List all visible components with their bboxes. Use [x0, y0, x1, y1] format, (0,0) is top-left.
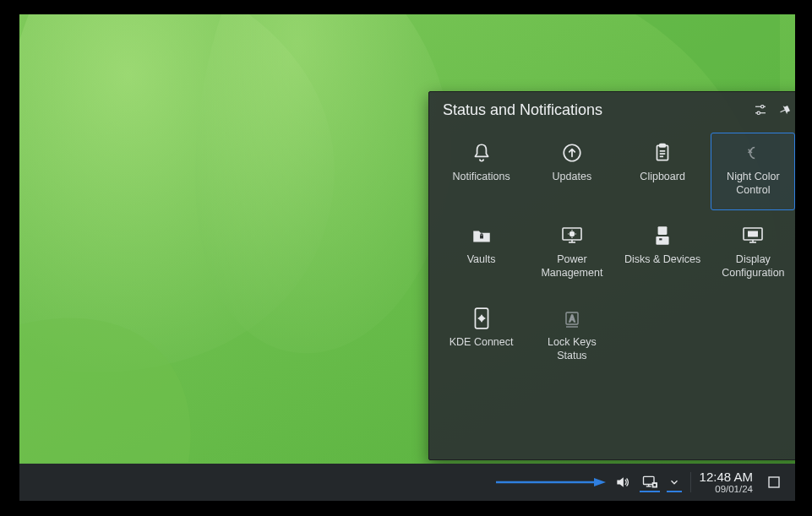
tile-kde-connect[interactable]: KDE Connect	[439, 298, 524, 376]
clipboard-icon	[650, 140, 675, 166]
tray-tile-grid: Notifications Updates	[429, 129, 795, 386]
vaults-icon	[469, 223, 494, 248]
tile-label: Display Configuration	[722, 253, 784, 280]
taskbar: 12:48 AM 09/01/24	[19, 464, 795, 501]
display-config-icon	[740, 223, 766, 248]
night-color-icon	[740, 140, 766, 166]
tile-label: Power Management	[541, 253, 602, 280]
tile-vaults[interactable]: Vaults	[439, 215, 524, 293]
desktop-wallpaper: Status and Notifications	[19, 14, 795, 464]
lock-keys-icon: A	[559, 306, 585, 331]
tile-power-management[interactable]: Power Management	[530, 215, 614, 293]
svg-rect-6	[657, 145, 668, 160]
configure-icon[interactable]	[751, 100, 770, 119]
svg-rect-7	[660, 144, 666, 147]
disks-icon	[650, 223, 675, 248]
tile-label: KDE Connect	[450, 336, 514, 350]
tile-lock-keys[interactable]: A Lock Keys Status	[530, 298, 614, 376]
svg-rect-44	[769, 477, 779, 487]
svg-rect-23	[657, 236, 669, 245]
system-tray-popup: Status and Notifications	[428, 91, 795, 460]
tile-updates[interactable]: Updates	[530, 133, 614, 210]
tile-label: Vaults	[467, 253, 496, 267]
kde-connect-icon	[469, 306, 494, 331]
svg-rect-24	[659, 238, 662, 240]
tile-disks-devices[interactable]: Disks & Devices	[620, 215, 705, 293]
popup-title: Status and Notifications	[443, 101, 746, 119]
taskbar-clock[interactable]: 12:48 AM 09/01/24	[700, 470, 753, 494]
clock-time: 12:48 AM	[700, 470, 753, 484]
svg-marker-40	[594, 478, 606, 486]
power-management-icon	[559, 223, 585, 248]
taskbar-divider	[690, 472, 691, 492]
svg-point-3	[761, 106, 764, 108]
tile-night-color[interactable]: Night Color Control	[711, 133, 795, 210]
tile-notifications[interactable]: Notifications	[439, 133, 524, 210]
svg-point-17	[569, 231, 575, 236]
tile-label: Clipboard	[640, 171, 685, 184]
callout-arrow	[496, 476, 606, 488]
pin-icon[interactable]	[775, 100, 793, 119]
show-desktop-button[interactable]	[765, 473, 783, 492]
updates-icon	[559, 140, 585, 166]
clock-date: 09/01/24	[700, 484, 753, 494]
tile-clipboard[interactable]: Clipboard	[620, 133, 705, 210]
svg-text:A: A	[569, 314, 575, 323]
tile-label: Night Color Control	[727, 171, 780, 197]
svg-point-4	[757, 111, 760, 114]
svg-rect-22	[658, 226, 668, 235]
tile-display-config[interactable]: Display Configuration	[711, 215, 795, 293]
tile-label: Lock Keys Status	[548, 336, 597, 362]
tray-volume-icon[interactable]	[613, 472, 633, 492]
bell-icon	[469, 140, 494, 166]
tile-label: Updates	[553, 171, 592, 184]
tile-label: Disks & Devices	[624, 253, 700, 267]
tile-label: Notifications	[453, 171, 510, 184]
svg-rect-28	[748, 231, 758, 237]
svg-rect-13	[480, 236, 483, 238]
popup-header: Status and Notifications	[429, 92, 795, 129]
tray-expand-chevron-icon[interactable]	[667, 472, 682, 492]
tray-network-icon[interactable]	[640, 472, 660, 492]
